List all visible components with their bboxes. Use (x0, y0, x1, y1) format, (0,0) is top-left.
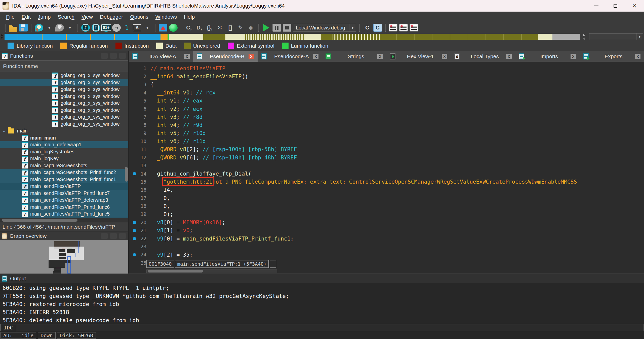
function-row[interactable]: fmain_captureScreenshots_Printf_func2 (0, 169, 128, 176)
menu-jump[interactable]: Jump (34, 12, 54, 21)
function-row[interactable]: fgolang_org_x_sys_window (0, 107, 128, 114)
function-row[interactable]: fmain_captureScreenshots_Printf_func1 (0, 176, 128, 183)
menu-help[interactable]: Help (180, 12, 198, 21)
function-list-hscrollbar[interactable] (0, 218, 128, 222)
tab-close-icon[interactable]: x (313, 54, 318, 59)
edit-button[interactable]: ✎ (236, 23, 245, 32)
menu-windows[interactable]: Windows (152, 12, 180, 21)
lumina-button[interactable] (169, 24, 178, 32)
output-log[interactable]: 60CB20: using guessed type RTYPE RTYPE__… (0, 283, 644, 324)
jump-down-button[interactable]: ⤵ (123, 23, 131, 32)
line-marker-dot[interactable] (133, 221, 136, 224)
pseudocode-hscrollbar[interactable] (146, 269, 277, 273)
output-log-line[interactable]: 5F3A40: deleted stale pseudocode from id… (3, 316, 644, 324)
code-line-19[interactable]: 19 0); (129, 210, 644, 218)
function-row[interactable]: fgolang_org_x_sys_window (0, 72, 128, 79)
compile-button[interactable]: C (363, 24, 372, 32)
menu-options[interactable]: Options (127, 12, 152, 21)
menu-file[interactable]: File (3, 12, 18, 21)
code-line-17[interactable]: 17 0, (129, 194, 644, 202)
navband-combo[interactable]: ▼ (589, 33, 643, 40)
create-function-button[interactable]: C, (185, 23, 193, 32)
function-row[interactable]: fmain_logKeystrokes (0, 148, 128, 155)
jump-back-button[interactable] (55, 24, 64, 31)
function-row[interactable]: fmain_main (0, 134, 128, 142)
quick-compile-button[interactable]: C (373, 24, 382, 32)
code-line-23[interactable]: 23 (129, 243, 644, 251)
code-line-7[interactable]: 7 int v3; // r8d (129, 113, 644, 121)
code-line-8[interactable]: 8 int v4; // r9d (129, 121, 644, 129)
function-row[interactable]: fgolang_org_x_sys_window (0, 121, 128, 128)
restore-button[interactable] (606, 0, 625, 12)
text-convert-button[interactable]: T (92, 24, 100, 32)
code-line-13[interactable]: 13 (129, 161, 644, 170)
menu-view[interactable]: View (78, 12, 96, 21)
tab-close-icon[interactable]: x (249, 54, 254, 59)
tab-close-icon[interactable]: x (377, 54, 383, 59)
debugger-pause-button[interactable] (272, 24, 281, 32)
tab-close-icon[interactable]: x (506, 54, 512, 59)
function-row[interactable]: fmain_main_deferwrap1 (0, 141, 128, 148)
jump-location-button[interactable] (35, 24, 43, 31)
navigation-band[interactable] (5, 34, 552, 40)
create-struct-button[interactable]: {}, (205, 23, 214, 32)
function-row[interactable]: fmain_captureScreenshots (0, 162, 128, 169)
pseudocode-view[interactable]: 1// main.sendFilesViaFTP2__int64 main_se… (129, 62, 644, 274)
code-line-9[interactable]: 9 int v5; // r10d (129, 129, 644, 137)
menu-edit[interactable]: Edit (18, 12, 34, 21)
code-line-20[interactable]: 20 v8[0] = MEMORY[0x16]; (129, 218, 644, 226)
code-line-1[interactable]: 1// main.sendFilesViaFTP (129, 64, 644, 72)
close-button[interactable]: × (625, 0, 644, 12)
menu-search[interactable]: Search (54, 12, 78, 21)
function-row[interactable]: fgolang_org_x_sys_window (0, 93, 128, 100)
function-row[interactable]: fgolang_org_x_sys_window (0, 100, 128, 107)
function-row[interactable]: fmain_sendFilesViaFTP_deferwrap3 (0, 197, 128, 204)
create-array-button[interactable]: ⁙ (216, 23, 224, 32)
debugger-stop-button[interactable] (283, 24, 291, 32)
code-line-16[interactable]: 16 14, (129, 186, 644, 194)
tab-local-types[interactable]: 0Local Typesx (451, 51, 515, 62)
output-log-line[interactable]: 5F3A40: INTERR 52818 (3, 308, 644, 316)
console-language-selector[interactable]: IDC (1, 324, 16, 331)
code-line-22[interactable]: 22 v9[0] = main_sendFilesViaFTP_Printf_f… (129, 234, 644, 243)
code-line-15[interactable]: 15 "gotthem.htb:21not a PNG fileComputer… (129, 178, 644, 186)
jump-location-dropdown[interactable]: ▼ (45, 23, 54, 32)
patch-button[interactable]: ◆ (247, 23, 255, 32)
tab-exports[interactable]: Exportsx (580, 51, 644, 62)
function-row[interactable]: fmain_sendFilesViaFTP (0, 183, 128, 190)
output-log-line[interactable]: 5F3A40: restored microcode from idb (3, 300, 644, 308)
binary-convert-button[interactable]: 010 (102, 24, 110, 32)
navband-scroll-arrows[interactable] (1, 34, 3, 39)
line-marker-dot[interactable] (133, 229, 136, 232)
code-line-6[interactable]: 6 int v2; // ecx (129, 105, 644, 113)
graph-overview-canvas[interactable] (0, 240, 128, 274)
ascii-dropdown[interactable]: ▼ (143, 23, 152, 32)
ascii-button[interactable]: A (133, 24, 141, 31)
code-line-24[interactable]: 24 v9[2] = 35; (129, 251, 644, 259)
code-line-3[interactable]: 3{ (129, 80, 644, 88)
function-row[interactable]: fmain_sendFilesViaFTP_Printf_func6 (0, 204, 128, 211)
breakpoint-list-button[interactable] (389, 24, 397, 31)
function-folder-row[interactable]: ⌄main (0, 127, 128, 134)
tab-hex-view-1[interactable]: Hex View-1x (386, 51, 451, 62)
tab-close-icon[interactable]: x (442, 54, 447, 59)
function-list-vscrollbar[interactable] (125, 167, 128, 182)
chevron-down-icon[interactable]: ▼ (349, 24, 356, 31)
tab-close-icon[interactable]: x (184, 54, 190, 59)
function-name-column-header[interactable]: Function name (0, 60, 128, 72)
tab-pseudocode-b[interactable]: Pseudocode-Bx (193, 51, 258, 62)
goto-address-button[interactable]: ➜ (112, 24, 121, 32)
breakpoint-add-button[interactable] (399, 24, 408, 31)
tab-imports[interactable]: Importsx (515, 51, 580, 62)
code-line-11[interactable]: 11 _QWORD v8[2]; // [rsp+100h] [rbp-58h]… (129, 145, 644, 153)
create-data-button[interactable]: D, (195, 23, 204, 32)
code-line-21[interactable]: 21 v8[1] = v0; (129, 226, 644, 234)
tab-pseudocode-a[interactable]: Pseudocode-Ax (258, 51, 322, 62)
navband-nav-arrows[interactable] (583, 34, 585, 40)
function-row[interactable]: fgolang_org_x_sys_window (0, 86, 128, 93)
line-marker-dot[interactable] (133, 237, 136, 240)
code-line-2[interactable]: 2__int64 main_sendFilesViaFTP() (129, 72, 644, 80)
chevron-down-icon[interactable]: ▼ (636, 33, 643, 40)
jump-back-dropdown[interactable]: ▼ (66, 23, 74, 32)
code-line-12[interactable]: 12 _QWORD v9[6]; // [rsp+110h] [rbp-48h]… (129, 153, 644, 161)
